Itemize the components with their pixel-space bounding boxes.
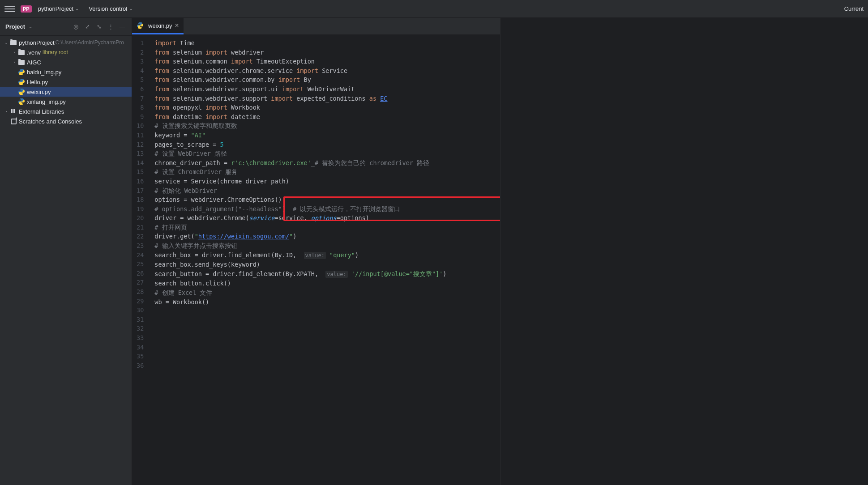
line-number: 25 — [137, 260, 144, 269]
code-line[interactable]: search_button.click() — [150, 279, 446, 288]
line-number: 12 — [137, 140, 144, 149]
line-number: 28 — [137, 287, 144, 297]
code-line[interactable]: # 设置搜索关键字和爬取页数 — [150, 121, 446, 131]
chevron-right-icon: › — [11, 60, 18, 64]
expand-all-icon[interactable]: ⤢ — [83, 23, 91, 31]
code-line[interactable]: from openpyxl import Workbook — [150, 103, 446, 112]
code-line[interactable]: # 设置 ChromeDriver 服务 — [150, 167, 446, 177]
code-line[interactable]: from selenium.webdriver.support.ui impor… — [150, 85, 446, 94]
code-line[interactable]: service = Service(chrome_driver_path) — [150, 177, 446, 186]
code-line[interactable]: keyword = "AI" — [150, 131, 446, 140]
library-root-tag: library root — [43, 49, 68, 55]
chevron-right-icon: › — [11, 50, 18, 55]
line-number: 30 — [137, 306, 144, 315]
tree-root[interactable]: ⌄ pythonProject C:\Users\Admin\PycharmPr… — [0, 38, 132, 47]
line-number: 24 — [137, 251, 144, 260]
line-number: 17 — [137, 186, 144, 196]
code-line[interactable]: wb = Workbook() — [150, 298, 446, 307]
code-line[interactable]: # 初始化 WebDriver — [150, 186, 446, 196]
folder-icon — [18, 59, 25, 66]
line-number: 5 — [137, 75, 144, 85]
line-number: 27 — [137, 278, 144, 287]
collapse-all-icon[interactable]: ⤡ — [95, 23, 103, 31]
chevron-down-icon: ⌄ — [3, 40, 10, 45]
line-number: 8 — [137, 103, 144, 112]
version-control-dropdown[interactable]: Version control ⌄ — [85, 4, 136, 14]
more-icon[interactable]: ⋮ — [107, 23, 115, 31]
python-file-icon — [18, 98, 25, 105]
line-number: 26 — [137, 269, 144, 278]
tree-file[interactable]: baidu_img.py — [0, 67, 132, 77]
code-line[interactable]: driver.get("https://weixin.sogou.com/") — [150, 232, 446, 241]
tree-scratches[interactable]: Scratches and Consoles — [0, 116, 132, 126]
code-line[interactable]: from datetime import datetime — [150, 112, 446, 122]
code-line[interactable]: chrome_driver_path = r'c:\chromedriver.e… — [150, 158, 446, 168]
line-number: 1 — [137, 38, 144, 48]
line-number: 20 — [137, 213, 144, 223]
hide-icon[interactable]: — — [118, 23, 126, 31]
chevron-down-icon[interactable]: ⌄ — [29, 24, 32, 29]
tree-label: pythonProject — [19, 39, 55, 46]
main-menu-icon[interactable] — [4, 4, 15, 14]
folder-icon — [10, 39, 17, 46]
tab-label: weixin.py — [148, 22, 172, 29]
editor-tab-weixin[interactable]: weixin.py ✕ — [132, 18, 184, 34]
tree-folder-venv[interactable]: › .venv library root — [0, 47, 132, 57]
code-line[interactable]: # 设置 WebDriver 路径 — [150, 149, 446, 158]
line-number: 10 — [137, 121, 144, 131]
code-lines[interactable]: import timefrom selenium import webdrive… — [150, 35, 446, 374]
tree-external-libraries[interactable]: › External Libraries — [0, 106, 132, 116]
select-opened-file-icon[interactable]: ◎ — [72, 23, 80, 31]
line-number: 9 — [137, 112, 144, 122]
line-number: 15 — [137, 167, 144, 177]
tree-file[interactable]: Hello.py — [0, 77, 132, 87]
tree-label: External Libraries — [19, 108, 64, 115]
tree-file[interactable]: xinlang_img.py — [0, 97, 132, 106]
code-line[interactable]: from selenium.webdriver.support import e… — [150, 94, 446, 103]
tree-label: weixin.py — [27, 89, 51, 95]
line-number: 23 — [137, 241, 144, 251]
line-number: 35 — [137, 352, 144, 361]
close-icon[interactable]: ✕ — [175, 22, 179, 29]
chevron-right-icon: › — [3, 109, 10, 114]
tree-file[interactable]: weixin.py — [0, 87, 132, 97]
project-tree: ⌄ pythonProject C:\Users\Admin\PycharmPr… — [0, 36, 132, 485]
code-line[interactable]: import time — [150, 38, 446, 48]
tree-label: baidu_img.py — [27, 69, 61, 76]
folder-icon — [18, 49, 25, 56]
code-line[interactable]: search_button = driver.find_element(By.X… — [150, 269, 446, 279]
code-line[interactable]: options = webdriver.ChromeOptions() — [150, 195, 446, 204]
code-line[interactable]: # 创建 Excel 文件 — [150, 288, 446, 298]
editor-tabs: weixin.py ✕ — [132, 18, 500, 35]
tree-folder-aigc[interactable]: › AIGC — [0, 57, 132, 67]
line-number: 11 — [137, 131, 144, 140]
current-label: Current — [844, 5, 864, 12]
tree-label: .venv — [27, 49, 41, 56]
libraries-icon — [10, 108, 17, 115]
python-file-icon — [18, 68, 25, 76]
code-line[interactable]: search_box.send_keys(keyword) — [150, 260, 446, 269]
code-line[interactable]: from selenium.webdriver.common.by import… — [150, 75, 446, 85]
line-number: 34 — [137, 343, 144, 352]
code-line[interactable]: pages_to_scrape = 5 — [150, 140, 446, 149]
line-number: 18 — [137, 195, 144, 204]
project-panel-title: Project — [5, 23, 25, 30]
project-dropdown[interactable]: pythonProject ⌄ — [34, 4, 83, 14]
code-line[interactable]: # 打开网页 — [150, 223, 446, 232]
code-line[interactable]: from selenium import webdriver — [150, 48, 446, 57]
tree-label: xinlang_img.py — [27, 98, 66, 105]
line-number: 16 — [137, 177, 144, 186]
code-line[interactable]: # 输入关键字并点击搜索按钮 — [150, 241, 446, 251]
code-line[interactable]: driver = webdriver.Chrome(service=servic… — [150, 213, 446, 223]
code-editor[interactable]: 1234567891011121314151617181920212223242… — [132, 35, 500, 485]
code-line[interactable]: search_box = driver.find_element(By.ID, … — [150, 251, 446, 260]
python-file-icon — [18, 88, 25, 95]
line-number: 13 — [137, 149, 144, 158]
code-line[interactable]: from selenium.common import TimeoutExcep… — [150, 57, 446, 66]
project-name-label: pythonProject — [38, 5, 74, 12]
code-line[interactable]: # options.add_argument("--headless") # 以… — [150, 204, 446, 214]
tree-label: Hello.py — [27, 79, 48, 85]
scratches-icon — [10, 118, 17, 125]
code-line[interactable]: from selenium.webdriver.chrome.service i… — [150, 66, 446, 76]
line-number: 22 — [137, 232, 144, 241]
